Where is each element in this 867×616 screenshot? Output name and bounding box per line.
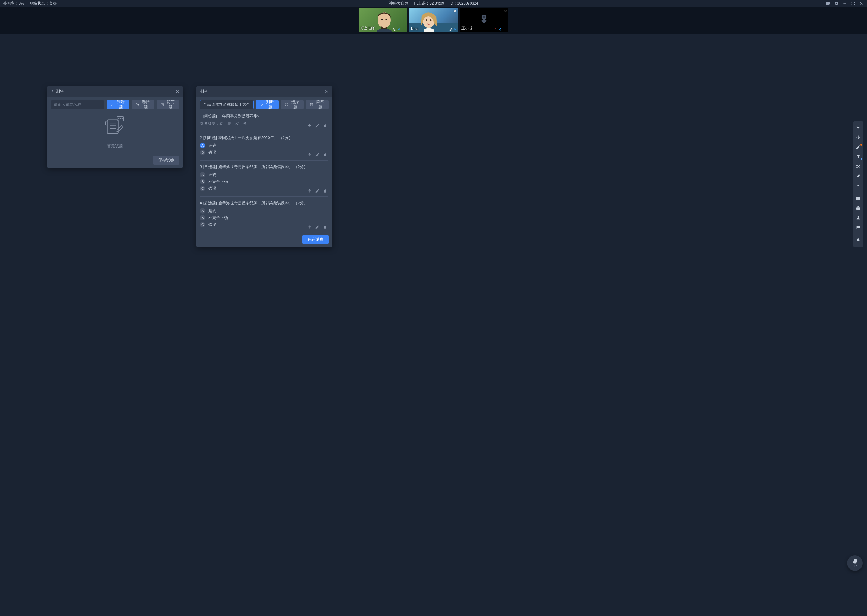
mic-status-icon [397,27,401,31]
panel-title: 测验 [56,89,64,94]
option-row[interactable]: A是的 [200,208,328,214]
mic-status-icon [453,27,457,31]
bell-icon[interactable] [853,236,863,245]
user-icon[interactable] [853,213,863,222]
packet-loss: 丢包率：0% [3,1,24,6]
question-title: 1 [简答题] 一年四季分别是哪四季? [200,113,328,119]
option-row[interactable]: B不完全正确 [200,215,328,220]
move-icon[interactable] [307,225,312,229]
top-status-bar: 丢包率：0% 网络状态：良好 神秘大自然 已上课：02:34:09 ID：202… [0,0,867,6]
option-row[interactable]: A正确 [200,172,328,178]
move-icon[interactable] [307,152,312,157]
delete-icon[interactable] [323,225,328,229]
minimize-icon[interactable] [842,1,847,6]
folder-icon[interactable] [853,194,863,203]
svg-point-26 [120,118,121,119]
question-item: 1 [简答题] 一年四季分别是哪四季?参考答案：春、夏、秋、冬 [200,113,328,132]
save-quiz-button[interactable]: 保存试卷 [302,235,329,244]
mic-status-icon [498,27,502,31]
svg-rect-34 [856,207,860,210]
svg-point-27 [121,118,122,119]
choice-question-button[interactable]: 选择题 [132,100,154,109]
option-row[interactable]: B不完全正确 [200,179,328,184]
judge-question-button[interactable]: 判断题 [256,100,279,109]
video-tile-student-2[interactable]: ✕ 王小明 [460,8,508,32]
option-text: 错误 [208,186,216,191]
close-window-icon[interactable] [859,1,864,6]
quiz-panel-empty: 测验 ✕ 判断题 选择题 T 简答题 [47,86,183,168]
option-letter: B [200,215,205,220]
text-icon[interactable] [853,152,863,161]
question-item: 3 [单选题] 施华洛世奇是反华品牌，所以梁鼎琪反华。 （2分）A正确B不完全正… [200,160,328,197]
save-quiz-button[interactable]: 保存试卷 [153,156,180,165]
option-text: 正确 [208,143,216,148]
video-tile-name: 叮当老师 [360,26,375,31]
question-item: 2 [判断题] 我国宪法上一次更新是在2020年。 （2分）A正确B错误 [200,132,328,160]
toolbox-icon[interactable] [853,204,863,213]
svg-point-13 [483,16,485,18]
option-letter: A [200,208,205,214]
edit-icon[interactable] [315,189,320,193]
quiz-panel-filled: 测验 ✕ 判断题 选择题 T 简答题 1 [简答题] 一年四季分别是哪四季?参 [196,86,333,247]
svg-point-8 [426,19,427,21]
option-text: 错误 [208,150,216,155]
cursor-icon[interactable] [853,123,863,132]
edit-icon[interactable] [315,152,320,157]
delete-icon[interactable] [323,123,328,128]
judge-question-button[interactable]: 判断题 [107,100,129,109]
option-text: 不完全正确 [208,215,228,220]
svg-rect-0 [843,3,846,3]
video-tile-name: Nina [411,27,418,31]
option-text: 是的 [208,208,216,214]
panel-header: 测验 ✕ [47,86,183,97]
option-letter: C [200,186,205,191]
question-title: 2 [判断题] 我国宪法上一次更新是在2020年。 （2分） [200,135,328,140]
svg-point-11 [450,29,451,30]
move-icon[interactable] [307,123,312,128]
option-text: 错误 [208,222,216,227]
settings-icon[interactable] [834,1,839,6]
delete-icon[interactable] [323,152,328,157]
option-letter: A [200,172,205,178]
move-icon[interactable] [307,189,312,193]
fullscreen-icon[interactable] [851,1,856,6]
video-tile-teacher[interactable]: 叮当老师 [359,8,407,32]
laser-pointer-icon[interactable] [853,181,863,190]
question-list[interactable]: 1 [简答题] 一年四季分别是哪四季?参考答案：春、夏、秋、冬2 [判断题] 我… [200,113,329,232]
scissors-icon[interactable] [853,162,863,171]
tile-close-icon[interactable]: ✕ [504,9,507,13]
short-answer-button[interactable]: T 简答题 [306,100,329,109]
edit-icon[interactable] [315,225,320,229]
video-tile-name: 王小明 [462,26,472,31]
panel-close-icon[interactable]: ✕ [325,89,329,94]
camera-status-icon [393,27,396,31]
quiz-name-input[interactable] [200,100,254,109]
choice-question-button[interactable]: 选择题 [281,100,304,109]
back-icon[interactable] [50,90,54,94]
raise-hand-button[interactable]: 0/2 [847,555,863,571]
option-text: 不完全正确 [208,179,228,184]
question-title: 3 [单选题] 施华洛世奇是反华品牌，所以梁鼎琪反华。 （2分） [200,164,328,170]
pen-icon[interactable] [853,143,863,152]
edit-icon[interactable] [315,123,320,128]
video-tile-student-1[interactable]: ✕ Nina [409,8,458,32]
option-letter: A [200,143,205,148]
move-icon[interactable] [853,133,863,142]
quiz-name-input[interactable] [50,100,104,109]
camera-off-icon [478,13,490,25]
svg-point-33 [858,185,859,186]
option-letter: B [200,150,205,155]
camera-toggle-icon[interactable] [826,1,830,6]
tile-close-icon[interactable]: ✕ [453,9,456,13]
eraser-icon[interactable] [853,171,863,181]
chat-icon[interactable] [853,223,863,232]
volume-bars-icon [504,27,507,31]
question-item: 4 [多选题] 施华洛世奇是反华品牌，所以梁鼎琪反华。 （2分）A是的B不完全正… [200,197,328,232]
empty-state: 暂无试题 [50,113,180,149]
delete-icon[interactable] [323,189,328,193]
panel-close-icon[interactable]: ✕ [175,89,180,94]
option-row[interactable]: A正确 [200,143,328,148]
short-answer-button[interactable]: T 简答题 [157,100,180,109]
svg-point-25 [118,118,119,119]
elapsed-time: 已上课：02:34:09 [414,1,445,6]
